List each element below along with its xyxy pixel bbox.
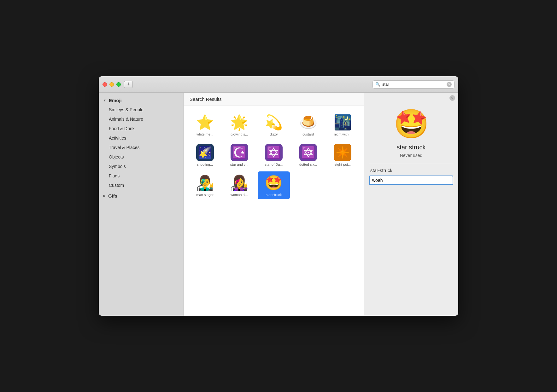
emoji-glyph: ✴️ (334, 144, 351, 161)
new-tab-button[interactable]: + (124, 81, 133, 88)
detail-emoji-name: star struck (364, 141, 458, 152)
sidebar-item-food-drink[interactable]: Food & Drink (99, 124, 184, 133)
emoji-item-star-and-crescent[interactable]: ☪️star and c... (223, 141, 255, 169)
emoji-glyph: ✡️ (265, 144, 283, 161)
emoji-item-label: woman si... (231, 193, 248, 197)
emoji-item-night-with-stars[interactable]: 🌃night with... (327, 111, 359, 139)
emoji-item-label: glowing s... (231, 132, 248, 136)
titlebar: + 🔍 ✕ (99, 76, 458, 93)
sidebar-item-activities[interactable]: Activities (99, 133, 184, 143)
search-bar: 🔍 ✕ (372, 80, 454, 89)
emoji-glyph: ⭐ (196, 113, 214, 131)
emoji-item-label: man singer (196, 193, 213, 197)
search-container: 🔍 ✕ (372, 80, 454, 89)
sidebar-item-flags[interactable]: Flags (99, 171, 184, 181)
detail-panel: ✕ 🤩 star struck Never used star-struck (364, 93, 458, 316)
emoji-item-label: dotted six... (299, 163, 317, 166)
detail-alias-input[interactable] (369, 176, 453, 185)
emoji-item-label: dizzy (270, 132, 278, 136)
close-button[interactable] (103, 82, 107, 87)
sidebar: ▼ Emoji Smileys & People Animals & Natur… (99, 93, 184, 316)
search-icon: 🔍 (375, 82, 380, 87)
emoji-items-list: Smileys & People Animals & Nature Food &… (99, 105, 184, 190)
emoji-item-label: night with... (334, 132, 352, 136)
emoji-glyph: ☪️ (231, 144, 248, 161)
emoji-glyph: 🌠 (196, 144, 214, 161)
emoji-item-label: white me... (196, 132, 213, 136)
emoji-item-label: custard (302, 132, 314, 136)
emoji-item-shooting-star[interactable]: 🌠shooting... (189, 141, 221, 169)
sidebar-item-travel-places[interactable]: Travel & Places (99, 143, 184, 152)
emoji-section: ▼ Emoji Smileys & People Animals & Natur… (99, 96, 184, 190)
new-tab-icon: + (127, 81, 130, 88)
traffic-lights (103, 82, 121, 87)
emoji-item-label: eight-poi... (335, 163, 351, 166)
emoji-glyph: 🤩 (265, 174, 283, 192)
emoji-glyph: 💫 (265, 113, 283, 131)
emoji-glyph: 🌟 (231, 113, 248, 131)
emoji-item-label: star and c... (230, 163, 248, 166)
results-header: Search Results (184, 93, 364, 106)
gifs-section-label: Gifs (108, 193, 117, 199)
emoji-item-woman-singer[interactable]: 👩‍🎤woman si... (223, 171, 255, 199)
emoji-picker-window: + 🔍 ✕ ▼ Emoji Smileys & People (99, 76, 458, 316)
emoji-section-label: Emoji (109, 98, 122, 103)
emoji-item-eight-pointed-star[interactable]: ✴️eight-poi... (327, 141, 359, 169)
maximize-button[interactable] (116, 82, 121, 87)
sidebar-item-smileys-people[interactable]: Smileys & People (99, 105, 184, 114)
detail-emoji-preview: 🤩 (364, 103, 458, 141)
sidebar-item-objects[interactable]: Objects (99, 152, 184, 162)
emoji-glyph: 👩‍🎤 (231, 174, 248, 192)
emoji-item-dizzy[interactable]: 💫dizzy (258, 111, 290, 139)
gifs-section-header[interactable]: ▶ Gifs (99, 191, 184, 200)
emoji-item-label: star of Da... (265, 163, 283, 166)
sidebar-item-symbols[interactable]: Symbols (99, 162, 184, 171)
search-clear-button[interactable]: ✕ (447, 82, 452, 87)
detail-close-button[interactable]: ✕ (449, 95, 455, 101)
emoji-glyph: 👨‍🎤 (196, 174, 214, 192)
detail-input-container (364, 176, 458, 190)
detail-shortname: star-struck (364, 163, 458, 176)
emoji-item-white-medium-star[interactable]: ⭐white me... (189, 111, 221, 139)
search-input[interactable] (382, 82, 445, 87)
emoji-section-header[interactable]: ▼ Emoji (99, 96, 184, 105)
emoji-item-custard[interactable]: 🍮custard (292, 111, 324, 139)
detail-close-row: ✕ (364, 93, 458, 103)
emoji-item-dotted-six-pointed-star[interactable]: 🔯dotted six... (292, 141, 324, 169)
emoji-item-star-struck[interactable]: 🤩star struck (258, 171, 290, 199)
gifs-arrow-icon: ▶ (103, 194, 106, 198)
emoji-item-label: star struck (266, 193, 282, 197)
main-content: Search Results ⭐white me...🌟glowing s...… (184, 93, 364, 316)
minimize-button[interactable] (109, 82, 114, 87)
emoji-glyph: 🔯 (299, 144, 317, 161)
sidebar-item-animals-nature[interactable]: Animals & Nature (99, 114, 184, 124)
emoji-grid: ⭐white me...🌟glowing s...💫dizzy🍮custard🌃… (184, 106, 364, 316)
emoji-arrow-icon: ▼ (103, 99, 106, 102)
emoji-item-man-singer[interactable]: 👨‍🎤man singer (189, 171, 221, 199)
emoji-glyph: 🌃 (334, 113, 351, 131)
emoji-item-label: shooting... (197, 163, 213, 166)
gifs-section: ▶ Gifs (99, 191, 184, 200)
detail-usage-text: Never used (364, 152, 458, 163)
emoji-item-glowing-star[interactable]: 🌟glowing s... (223, 111, 255, 139)
content-area: ▼ Emoji Smileys & People Animals & Natur… (99, 93, 458, 316)
emoji-item-star-of-david[interactable]: ✡️star of Da... (258, 141, 290, 169)
sidebar-item-custom[interactable]: Custom (99, 181, 184, 190)
emoji-glyph: 🍮 (299, 113, 317, 131)
